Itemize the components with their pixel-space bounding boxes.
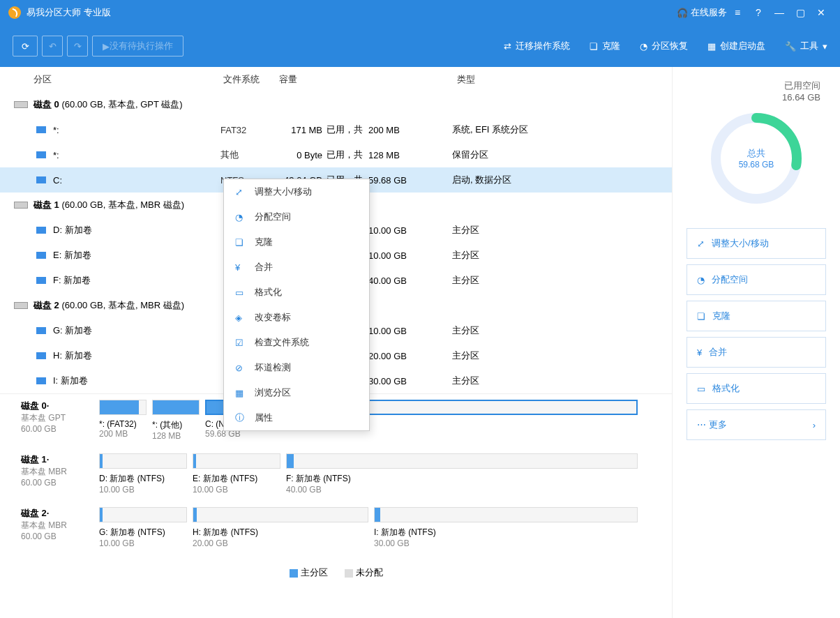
context-menu-item[interactable]: ▭格式化 [224, 280, 369, 305]
disk-segment[interactable]: F: 新加卷 (NTFS) 40.00 GB [286, 453, 638, 495]
context-menu-item[interactable]: ⓘ属性 [224, 405, 369, 430]
context-menu-item[interactable]: ❏克隆 [224, 229, 369, 255]
sidebar-action-button[interactable]: ¥合并 [687, 337, 826, 368]
pending-ops-button[interactable]: ▶ 没有待执行操作 [92, 36, 183, 56]
partition-drive: *: [53, 150, 220, 160]
partition-total: 59.68 GB [368, 175, 452, 186]
segment-label: H: 新加卷 (NTFS) [193, 527, 368, 538]
disk-segment[interactable]: H: 新加卷 (NTFS) 20.00 GB [193, 507, 368, 548]
refresh-button[interactable]: ⟳ [13, 36, 38, 56]
used-space-value: 16.64 GB [673, 92, 820, 103]
recover-button[interactable]: ◔分区恢复 [640, 40, 688, 52]
partition-drive: F: 新加卷 [53, 274, 220, 287]
maximize-button[interactable]: ▢ [790, 7, 811, 18]
disk-segment[interactable]: G: 新加卷 (NTFS) 10.00 GB [99, 507, 187, 548]
sidebar: 已用空间 16.64 GB 总共 59.68 GB ⤢调整大小/移动◔分配空间❏… [673, 67, 840, 618]
disk-segment[interactable]: *: (其他) 128 MB [152, 400, 200, 441]
partition-total: 40.00 GB [368, 276, 452, 286]
partition-total: 10.00 GB [368, 326, 452, 336]
bootdisk-icon: ▦ [707, 41, 716, 52]
menu-item-icon: ◔ [235, 212, 246, 223]
menu-item-icon: ⤢ [235, 187, 246, 197]
disk-name: 磁盘 0 [33, 98, 59, 111]
sidebar-btn-label: 分配空间 [712, 273, 748, 286]
context-menu-item[interactable]: ¥合并 [224, 255, 369, 280]
menu-item-label: 属性 [255, 412, 273, 424]
disk-row[interactable]: 磁盘 0 (60.00 GB, 基本盘, GPT 磁盘) [0, 92, 672, 117]
used-space-label: 已用空间 [673, 80, 820, 92]
col-capacity: 容量 [279, 73, 457, 86]
partition-type: 主分区 [452, 349, 672, 362]
bootdisk-button[interactable]: ▦创建启动盘 [707, 40, 765, 52]
segment-label: *: (其他) [152, 419, 200, 431]
disk-segment[interactable]: E: 新加卷 (NTFS) 10.00 GB [193, 453, 280, 495]
menu-item-label: 分配空间 [255, 211, 291, 223]
disk-segment[interactable]: *: (FAT32) 200 MB [99, 400, 147, 441]
redo-button[interactable]: ↷ [67, 36, 88, 56]
context-menu-item[interactable]: ◔分配空间 [224, 204, 369, 229]
context-menu[interactable]: ⤢调整大小/移动◔分配空间❏克隆¥合并▭格式化◈改变卷标☑检查文件系统⊘坏道检测… [223, 179, 370, 431]
disk-meta: (60.00 GB, 基本盘, GPT 磁盘) [61, 98, 182, 111]
disk-bar-name: 磁盘 1· [21, 453, 91, 466]
menu-item-label: 改变卷标 [255, 311, 291, 324]
context-menu-item[interactable]: ☑检查文件系统 [224, 330, 369, 355]
context-menu-item[interactable]: ▦浏览分区 [224, 380, 369, 405]
segment-size: 20.00 GB [193, 538, 368, 548]
disk-bar-sub2: 60.00 GB [21, 532, 91, 541]
segment-size: 200 MB [99, 429, 147, 439]
app-title: 易我分区大师 专业版 [27, 6, 111, 19]
menu-item-label: 浏览分区 [255, 386, 291, 399]
segment-label: F: 新加卷 (NTFS) [286, 473, 638, 485]
wrench-icon: 🔧 [785, 41, 796, 52]
disk-name: 磁盘 2 [33, 299, 59, 312]
partition-used: 0 Byte [276, 150, 327, 160]
total-value: 59.68 GB [739, 160, 774, 169]
play-icon: ▶ [103, 41, 110, 52]
context-menu-item[interactable]: ⤢调整大小/移动 [224, 179, 369, 204]
migrate-os-button[interactable]: ⇄迁移操作系统 [504, 40, 570, 52]
disk-bar-sub2: 60.00 GB [21, 424, 91, 434]
partition-type: 主分区 [452, 249, 672, 262]
menu-icon[interactable]: ≡ [727, 7, 748, 18]
partition-icon [36, 227, 46, 234]
close-button[interactable]: ✕ [811, 7, 832, 18]
partition-type: 主分区 [452, 274, 672, 287]
headset-icon: 🎧 [677, 8, 688, 18]
partition-row[interactable]: *: FAT32 171 MB 已用，共 200 MB 系统, EFI 系统分区 [0, 117, 672, 142]
partition-type: 保留分区 [452, 149, 672, 161]
help-icon[interactable]: ? [748, 7, 769, 18]
sidebar-action-button[interactable]: ◔分配空间 [687, 264, 826, 295]
disk-meta: (60.00 GB, 基本盘, MBR 磁盘) [61, 299, 184, 312]
sidebar-more-button[interactable]: ⋯ 更多› [687, 409, 826, 440]
online-service-button[interactable]: 🎧 在线服务 [677, 6, 727, 19]
col-fs: 文件系统 [223, 73, 279, 86]
context-menu-item[interactable]: ⊘坏道检测 [224, 355, 369, 380]
undo-button[interactable]: ↶ [42, 36, 63, 56]
table-header: 分区 文件系统 容量 类型 [0, 67, 672, 92]
menu-item-label: 格式化 [255, 286, 282, 299]
sidebar-action-button[interactable]: ⤢调整大小/移动 [687, 228, 826, 259]
segment-label: D: 新加卷 (NTFS) [99, 473, 187, 485]
sidebar-btn-icon: ❏ [697, 311, 705, 322]
segment-size: 30.00 GB [374, 538, 638, 548]
disk-segment[interactable]: I: 新加卷 (NTFS) 30.00 GB [374, 507, 638, 548]
disk-segment[interactable]: D: 新加卷 (NTFS) 10.00 GB [99, 453, 187, 495]
partition-row[interactable]: *: 其他 0 Byte 已用，共 128 MB 保留分区 [0, 142, 672, 167]
partition-total: 10.00 GB [368, 225, 452, 236]
disk-bar-sub2: 60.00 GB [21, 478, 91, 488]
context-menu-item[interactable]: ◈改变卷标 [224, 305, 369, 330]
segment-size: 10.00 GB [99, 538, 187, 548]
sidebar-btn-label: 格式化 [712, 382, 740, 395]
usage-mid: 已用，共 [327, 123, 368, 136]
sidebar-action-button[interactable]: ❏克隆 [687, 301, 826, 331]
clone-button[interactable]: ❏克隆 [590, 40, 620, 52]
total-label: 总共 [747, 147, 765, 160]
partition-type: 主分区 [452, 324, 672, 337]
clone-icon: ❏ [590, 41, 598, 52]
usage-mid: 已用，共 [327, 149, 368, 161]
minimize-button[interactable]: — [769, 7, 790, 18]
tools-button[interactable]: 🔧工具 ▾ [785, 40, 827, 52]
toolbar: ⟳ ↶ ↷ ▶ 没有待执行操作 ⇄迁移操作系统 ❏克隆 ◔分区恢复 ▦创建启动盘… [0, 25, 840, 67]
recover-icon: ◔ [640, 41, 647, 52]
sidebar-action-button[interactable]: ▭格式化 [687, 373, 826, 404]
